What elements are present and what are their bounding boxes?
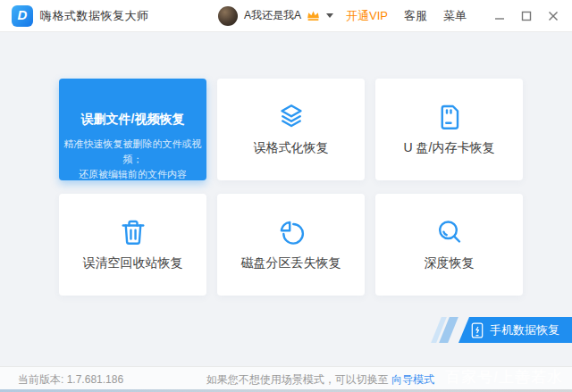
phone-icon [471, 322, 484, 338]
card-lost-partition-recovery[interactable]: 磁盘分区丢失恢复 [217, 194, 365, 296]
card-description-line2: 还原被编辑前的文件内容 [59, 167, 206, 182]
version-number: 1.7.681.186 [67, 373, 123, 386]
menu-button[interactable]: 菜单 [443, 8, 467, 24]
titlebar-right: A我还是我A 开通VIP 客服 菜单 [218, 6, 563, 26]
card-usb-sdcard-recovery[interactable]: U 盘/内存卡恢复 [375, 79, 523, 180]
app-logo-icon: D [12, 5, 33, 27]
pie-chart-icon [275, 216, 307, 248]
user-avatar[interactable] [218, 6, 238, 26]
titlebar: D 嗨格式数据恢复大师 A我还是我A 开通VIP 客服 菜单 [0, 0, 572, 32]
app-title: 嗨格式数据恢复大师 [40, 8, 149, 24]
open-vip-button[interactable]: 开通VIP [346, 8, 388, 24]
maximize-button[interactable] [517, 7, 536, 25]
phone-data-recovery-button[interactable]: 手机数据恢复 [458, 317, 572, 343]
card-description-line1: 精准快速恢复被删除的文件或视频； [59, 137, 206, 167]
phone-button-label: 手机数据恢复 [490, 322, 559, 338]
version-label: 当前版本: [18, 373, 63, 386]
version-text: 当前版本: 1.7.681.186 [18, 372, 123, 388]
card-title: 磁盘分区丢失恢复 [241, 255, 341, 271]
customer-service-button[interactable]: 客服 [404, 8, 427, 24]
hint-text: 如果您不想使用场景模式，可以切换至 [206, 373, 391, 386]
sd-card-icon [433, 101, 466, 133]
logo-letter: D [18, 7, 28, 22]
card-title: 误删文件/视频恢复 [81, 112, 185, 128]
card-format-recovery[interactable]: 误格式化恢复 [217, 79, 365, 180]
vip-crown-icon [306, 9, 321, 22]
wizard-mode-link[interactable]: 向导模式 [391, 373, 434, 386]
card-recycle-bin-recovery[interactable]: 误清空回收站恢复 [59, 194, 206, 296]
scene-grid: 误删文件/视频恢复 精准快速恢复被删除的文件或视频； 还原被编辑前的文件内容 误… [59, 79, 523, 296]
layers-icon [275, 101, 307, 133]
card-title: 误清空回收站恢复 [83, 255, 183, 271]
card-description: 精准快速恢复被删除的文件或视频； 还原被编辑前的文件内容 [59, 137, 206, 182]
trash-icon [117, 216, 149, 248]
minimize-button[interactable] [490, 7, 509, 25]
minimize-icon [494, 11, 505, 21]
card-title: 误格式化恢复 [254, 140, 329, 156]
maximize-icon [521, 11, 532, 21]
card-deep-recovery[interactable]: 深度恢复 [375, 194, 523, 296]
window-controls [483, 7, 563, 25]
close-icon [548, 11, 559, 21]
magnifier-icon [433, 216, 466, 248]
card-title: U 盘/内存卡恢复 [404, 140, 495, 156]
user-dropdown-caret-icon[interactable] [326, 13, 333, 18]
statusbar: 当前版本: 1.7.681.186 如果您不想使用场景模式，可以切换至 向导模式 [0, 366, 572, 389]
card-deleted-file-recovery[interactable]: 误删文件/视频恢复 精准快速恢复被删除的文件或视频； 还原被编辑前的文件内容 [59, 79, 206, 180]
mode-switch-hint: 如果您不想使用场景模式，可以切换至 向导模式 [206, 372, 434, 388]
close-button[interactable] [543, 7, 563, 25]
card-title: 深度恢复 [425, 255, 475, 271]
user-name[interactable]: A我还是我A [244, 8, 301, 23]
